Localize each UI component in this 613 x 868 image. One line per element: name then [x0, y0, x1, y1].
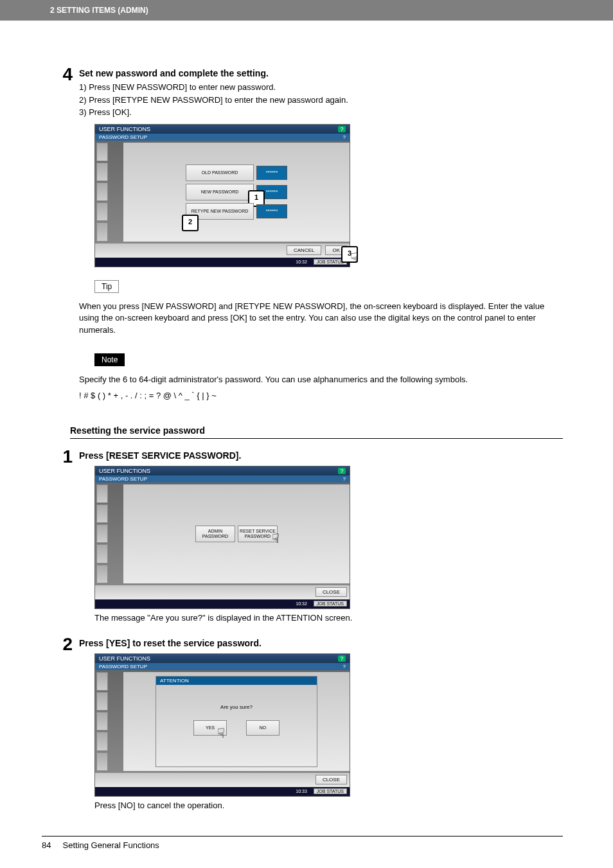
job-status-tab[interactable]: JOB STATUS	[314, 788, 347, 794]
screenshot-password-setting: USER FUNCTIONS ? PASSWORD SETUP ? OLD PA…	[94, 124, 350, 267]
reset-service-password-button[interactable]: RESET SERVICE PASSWORD ☟	[238, 526, 278, 542]
reset-label: RESET SERVICE PASSWORD	[238, 529, 277, 538]
ss-title: USER FUNCTIONS	[99, 126, 150, 132]
left-tabs[interactable]	[95, 670, 109, 773]
step-number: 2	[42, 635, 79, 653]
retype-new-password-field[interactable]: ******	[256, 204, 287, 218]
step-followup-text: Press [NO] to cancel the operation.	[94, 801, 563, 810]
help-icon[interactable]: ?	[343, 664, 346, 669]
ss-subtitle: PASSWORD SETUP	[99, 664, 147, 669]
help-icon[interactable]: ?	[338, 126, 346, 132]
screenshot-reset-service: USER FUNCTIONS ? PASSWORD SETUP ? ADMIN …	[94, 466, 350, 609]
callout-2: 2	[182, 215, 199, 231]
ss-title: USER FUNCTIONS	[99, 468, 150, 474]
ss-time: 10:33	[296, 789, 307, 793]
section-resetting-service-password: Resetting the service password	[70, 425, 563, 439]
cancel-button[interactable]: CANCEL	[287, 245, 321, 255]
step-number: 1	[42, 448, 79, 466]
old-password-field[interactable]: ******	[256, 166, 287, 180]
ss-time: 10:32	[296, 260, 307, 264]
note-text-2: ! # $ ( ) * + , - . / : ; = ? @ \ ^ _ ` …	[79, 390, 563, 402]
step-followup-text: The message "Are you sure?" is displayed…	[94, 613, 563, 623]
step-4: 4 Set new password and complete the sett…	[42, 66, 563, 406]
help-icon[interactable]: ?	[343, 134, 346, 140]
step-number: 4	[42, 66, 79, 84]
yes-label: YES	[206, 725, 215, 731]
yes-button[interactable]: YES ☟	[193, 720, 227, 736]
hand-icon: ☟	[272, 531, 280, 545]
screenshot-confirm-reset: USER FUNCTIONS ? PASSWORD SETUP ? ATTENT…	[94, 653, 350, 797]
step-title: Press [YES] to reset the service passwor…	[79, 638, 563, 648]
left-tabs[interactable]	[95, 483, 109, 585]
close-button[interactable]: CLOSE	[315, 775, 347, 784]
page-footer: 84 Setting General Functions	[42, 836, 563, 850]
help-icon[interactable]: ?	[338, 468, 346, 474]
new-password-button[interactable]: NEW PASSWORD	[186, 184, 254, 200]
attention-title: ATTENTION	[156, 677, 317, 685]
ss-time: 10:32	[296, 601, 307, 606]
ok-button[interactable]: OK 3 ☟	[325, 245, 347, 255]
substep-2: 2) Press [RETYPE NEW PASSWORD] to enter …	[79, 94, 563, 107]
attention-dialog: ATTENTION Are you sure? YES ☟ NO	[155, 676, 317, 767]
step-title: Press [RESET SERVICE PASSWORD].	[79, 450, 563, 461]
hand-icon: ☟	[350, 250, 358, 265]
job-status-tab[interactable]: JOB STATUS	[314, 601, 347, 607]
ss-subtitle: PASSWORD SETUP	[99, 476, 147, 482]
tip-label: Tip	[94, 280, 119, 293]
ss-title: USER FUNCTIONS	[99, 655, 150, 662]
attention-question: Are you sure?	[156, 704, 317, 710]
note-text-1: Specify the 6 to 64-digit administrator'…	[79, 374, 563, 386]
help-icon[interactable]: ?	[343, 476, 346, 482]
step-1: 1 Press [RESET SERVICE PASSWORD]. USER F…	[42, 448, 563, 632]
help-icon[interactable]: ?	[338, 655, 346, 662]
step-2: 2 Press [YES] to reset the service passw…	[42, 635, 563, 819]
footer-section: Setting General Functions	[63, 840, 159, 850]
note-label: Note	[94, 353, 125, 366]
chapter-header: 2 SETTING ITEMS (ADMIN)	[0, 0, 613, 21]
hand-icon: ☟	[217, 726, 225, 740]
substep-3: 3) Press [OK].	[79, 106, 563, 119]
ss-subtitle: PASSWORD SETUP	[99, 134, 147, 140]
old-password-button[interactable]: OLD PASSWORD	[186, 164, 254, 181]
step-title: Set new password and complete the settin…	[79, 68, 563, 78]
admin-password-button[interactable]: ADMIN PASSWORD	[195, 526, 235, 542]
close-button[interactable]: CLOSE	[315, 587, 347, 597]
no-button[interactable]: NO	[246, 720, 280, 736]
tip-text: When you press [NEW PASSWORD] and [RETYP…	[79, 301, 563, 337]
page-number: 84	[42, 840, 51, 850]
left-tabs[interactable]	[95, 141, 109, 244]
ok-label: OK	[332, 247, 340, 253]
substep-1: 1) Press [NEW PASSWORD] to enter new pas…	[79, 81, 563, 94]
